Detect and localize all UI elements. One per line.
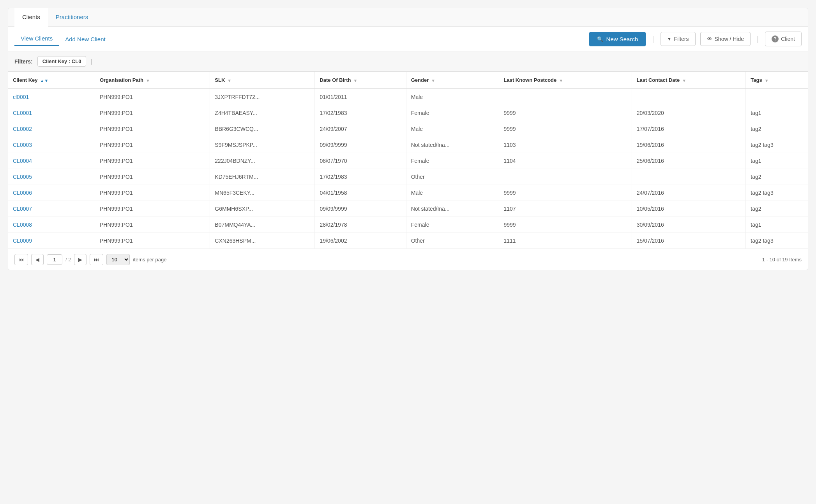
client-key-link[interactable]: CL0002 xyxy=(13,126,32,132)
col-last-contact-date[interactable]: Last Contact Date ▼ xyxy=(632,72,746,89)
cell-slk: S9F9MSJSPKP... xyxy=(210,137,315,153)
cell-last_known_postcode: 1103 xyxy=(499,137,632,153)
cell-slk: B07MMQ44YA... xyxy=(210,217,315,233)
active-filter-badge[interactable]: Client Key : CL0 xyxy=(37,56,87,67)
cell-last_contact_date: 25/06/2016 xyxy=(632,153,746,169)
client-key-link[interactable]: CL0006 xyxy=(13,190,32,196)
first-page-button[interactable]: ⏮ xyxy=(14,254,28,265)
cell-last_contact_date: 30/09/2016 xyxy=(632,217,746,233)
col-client-key[interactable]: Client Key ▲▼ xyxy=(8,72,95,89)
sort-icon-contact-date: ▼ xyxy=(682,78,686,83)
cell-tags: tag2 tag3 xyxy=(746,233,808,249)
sort-icon-client-key: ▲▼ xyxy=(40,78,49,83)
cell-slk: BBR6G3CWCQ... xyxy=(210,121,315,137)
eye-icon: 👁 xyxy=(707,36,712,42)
cell-dob: 01/01/2011 xyxy=(315,89,406,105)
client-key-link[interactable]: CL0007 xyxy=(13,206,32,212)
add-new-client-link[interactable]: Add New Client xyxy=(59,33,111,46)
table-row: CL0009PHN999:PO1CXN263HSPM...19/06/2002O… xyxy=(8,233,808,249)
table-row: CL0007PHN999:PO1G6MMH6SXP...09/09/9999No… xyxy=(8,201,808,217)
cell-slk: CXN263HSPM... xyxy=(210,233,315,249)
toolbar-left: View Clients Add New Client xyxy=(14,32,112,46)
filters-label: Filters xyxy=(674,36,689,42)
client-key-link[interactable]: CL0008 xyxy=(13,222,32,228)
cell-org_path: PHN999:PO1 xyxy=(95,105,210,121)
client-key-link[interactable]: CL0001 xyxy=(13,110,32,116)
cell-gender: Male xyxy=(406,121,499,137)
prev-page-button[interactable]: ◀ xyxy=(31,254,44,265)
cell-org_path: PHN999:PO1 xyxy=(95,169,210,185)
table-body: cl0001PHN999:PO13JXPTRFFDT72...01/01/201… xyxy=(8,89,808,249)
client-help-button[interactable]: ? Client xyxy=(765,32,802,46)
toolbar: View Clients Add New Client 🔍 New Search… xyxy=(8,27,808,51)
client-key-link[interactable]: CL0004 xyxy=(13,158,32,164)
cell-slk: G6MMH6SXP... xyxy=(210,201,315,217)
client-key-link[interactable]: CL0003 xyxy=(13,142,32,148)
page-separator: / 2 xyxy=(65,257,71,263)
items-per-page-label: items per page xyxy=(133,257,166,263)
cell-gender: Female xyxy=(406,217,499,233)
col-tags[interactable]: Tags ▼ xyxy=(746,72,808,89)
cell-dob: 04/01/1958 xyxy=(315,185,406,201)
cell-tags: tag2 xyxy=(746,121,808,137)
tab-practitioners[interactable]: Practitioners xyxy=(48,8,96,27)
cell-dob: 17/02/1983 xyxy=(315,105,406,121)
table-row: CL0001PHN999:PO1Z4H4TBAEASY...17/02/1983… xyxy=(8,105,808,121)
table-row: CL0004PHN999:PO1222J04BDNZY...08/07/1970… xyxy=(8,153,808,169)
cell-gender: Female xyxy=(406,105,499,121)
client-key-link[interactable]: cl0001 xyxy=(13,94,29,100)
filter-icon: ▼ xyxy=(667,36,672,42)
table-row: CL0008PHN999:PO1B07MMQ44YA...28/02/1978F… xyxy=(8,217,808,233)
sort-icon-dob: ▼ xyxy=(353,78,358,83)
pagination-range: 1 - 10 of 19 Items xyxy=(762,257,802,263)
cell-tags: tag1 xyxy=(746,153,808,169)
new-search-label: New Search xyxy=(606,36,638,42)
client-key-link[interactable]: CL0009 xyxy=(13,238,32,244)
cell-slk: KD75EHJ6RTM... xyxy=(210,169,315,185)
cell-last_contact_date xyxy=(632,169,746,185)
help-icon: ? xyxy=(772,35,779,42)
filters-bar: Filters: Client Key : CL0 | xyxy=(8,51,808,72)
cell-last_known_postcode: 1104 xyxy=(499,153,632,169)
client-key-link[interactable]: CL0005 xyxy=(13,174,32,180)
cell-last_known_postcode xyxy=(499,169,632,185)
col-last-known-postcode[interactable]: Last Known Postcode ▼ xyxy=(499,72,632,89)
cell-last_contact_date: 17/07/2016 xyxy=(632,121,746,137)
cell-last_contact_date: 20/03/2020 xyxy=(632,105,746,121)
filter-separator: | xyxy=(91,58,92,65)
tab-clients[interactable]: Clients xyxy=(14,8,48,27)
table-row: cl0001PHN999:PO13JXPTRFFDT72...01/01/201… xyxy=(8,89,808,105)
cell-org_path: PHN999:PO1 xyxy=(95,185,210,201)
show-hide-button[interactable]: 👁 Show / Hide xyxy=(700,32,751,46)
cell-last_known_postcode xyxy=(499,89,632,105)
col-gender[interactable]: Gender ▼ xyxy=(406,72,499,89)
cell-org_path: PHN999:PO1 xyxy=(95,137,210,153)
filters-bar-label: Filters: xyxy=(14,58,33,65)
cell-slk: 222J04BDNZY... xyxy=(210,153,315,169)
next-page-button[interactable]: ▶ xyxy=(74,254,87,265)
divider-2: | xyxy=(755,35,760,44)
client-label: Client xyxy=(781,36,795,42)
cell-dob: 17/02/1983 xyxy=(315,169,406,185)
col-dob[interactable]: Date Of Birth ▼ xyxy=(315,72,406,89)
cell-tags: tag2 xyxy=(746,169,808,185)
last-page-button[interactable]: ⏭ xyxy=(90,254,103,265)
filters-button[interactable]: ▼ Filters xyxy=(661,32,696,46)
cell-slk: MN65F3CEKY... xyxy=(210,185,315,201)
cell-gender: Male xyxy=(406,89,499,105)
items-per-page-select[interactable]: 10 25 50 100 xyxy=(106,254,130,265)
cell-last_contact_date: 15/07/2016 xyxy=(632,233,746,249)
new-search-button[interactable]: 🔍 New Search xyxy=(589,32,646,46)
col-slk[interactable]: SLK ▼ xyxy=(210,72,315,89)
view-clients-link[interactable]: View Clients xyxy=(14,32,59,46)
cell-tags: tag2 tag3 xyxy=(746,185,808,201)
page-number-input[interactable] xyxy=(47,254,62,265)
table-row: CL0005PHN999:PO1KD75EHJ6RTM...17/02/1983… xyxy=(8,169,808,185)
cell-last_known_postcode: 1111 xyxy=(499,233,632,249)
show-hide-label: Show / Hide xyxy=(715,36,744,42)
sort-icon-org-path: ▼ xyxy=(146,78,150,83)
cell-gender: Male xyxy=(406,185,499,201)
cell-org_path: PHN999:PO1 xyxy=(95,89,210,105)
col-org-path[interactable]: Organisation Path ▼ xyxy=(95,72,210,89)
cell-last_contact_date xyxy=(632,89,746,105)
